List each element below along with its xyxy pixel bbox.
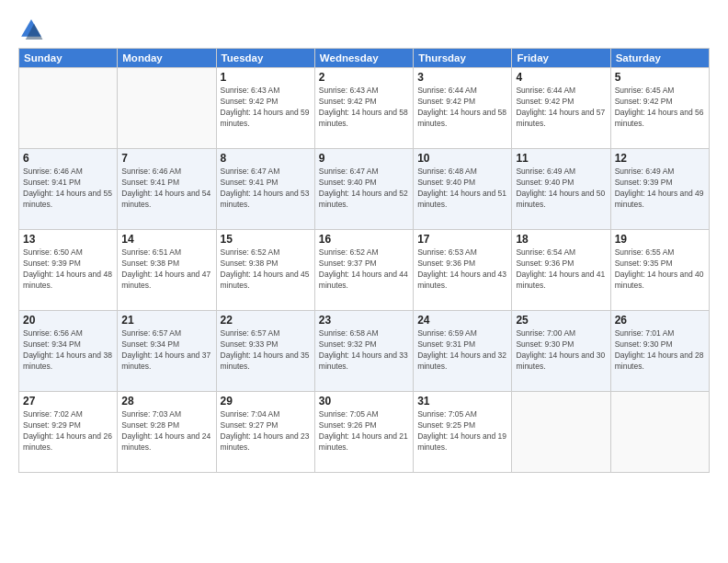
day-number: 5 — [615, 71, 705, 84]
day-info: Sunrise: 6:44 AM Sunset: 9:42 PM Dayligh… — [417, 86, 507, 130]
day-info: Sunrise: 6:45 AM Sunset: 9:42 PM Dayligh… — [615, 86, 705, 130]
calendar-cell: 30Sunrise: 7:05 AM Sunset: 9:26 PM Dayli… — [314, 392, 413, 473]
day-number: 30 — [319, 395, 409, 408]
day-number: 17 — [417, 233, 507, 246]
day-info: Sunrise: 6:56 AM Sunset: 9:34 PM Dayligh… — [23, 328, 113, 373]
day-number: 25 — [516, 314, 606, 327]
day-info: Sunrise: 6:55 AM Sunset: 9:35 PM Dayligh… — [615, 247, 705, 292]
calendar-week-3: 13Sunrise: 6:50 AM Sunset: 9:39 PM Dayli… — [19, 230, 710, 311]
calendar-cell: 25Sunrise: 7:00 AM Sunset: 9:30 PM Dayli… — [512, 311, 610, 392]
calendar-cell: 18Sunrise: 6:54 AM Sunset: 9:36 PM Dayli… — [512, 230, 610, 311]
col-header-wednesday: Wednesday — [314, 49, 413, 68]
calendar-cell — [610, 392, 709, 473]
day-number: 27 — [23, 395, 113, 408]
day-info: Sunrise: 6:49 AM Sunset: 9:39 PM Dayligh… — [615, 167, 705, 211]
day-info: Sunrise: 6:46 AM Sunset: 9:41 PM Dayligh… — [121, 167, 211, 211]
day-info: Sunrise: 6:47 AM Sunset: 9:40 PM Dayligh… — [319, 167, 409, 211]
day-number: 31 — [417, 395, 507, 408]
calendar: SundayMondayTuesdayWednesdayThursdayFrid… — [18, 48, 710, 473]
day-info: Sunrise: 6:47 AM Sunset: 9:41 PM Dayligh… — [221, 167, 311, 211]
calendar-header-row: SundayMondayTuesdayWednesdayThursdayFrid… — [19, 49, 710, 68]
page: SundayMondayTuesdayWednesdayThursdayFrid… — [0, 0, 728, 563]
day-info: Sunrise: 6:51 AM Sunset: 9:38 PM Dayligh… — [121, 247, 211, 292]
logo — [18, 17, 48, 42]
day-info: Sunrise: 7:02 AM Sunset: 9:29 PM Dayligh… — [23, 409, 113, 454]
day-number: 20 — [23, 314, 113, 327]
day-number: 14 — [121, 233, 211, 246]
day-info: Sunrise: 6:46 AM Sunset: 9:41 PM Dayligh… — [23, 167, 113, 211]
day-info: Sunrise: 6:53 AM Sunset: 9:36 PM Dayligh… — [417, 247, 507, 292]
day-number: 22 — [221, 314, 311, 327]
day-number: 7 — [121, 152, 211, 165]
day-info: Sunrise: 6:59 AM Sunset: 9:31 PM Dayligh… — [417, 328, 507, 373]
col-header-friday: Friday — [512, 49, 610, 68]
day-info: Sunrise: 6:48 AM Sunset: 9:40 PM Dayligh… — [417, 167, 507, 211]
day-number: 28 — [121, 395, 211, 408]
day-number: 11 — [516, 152, 606, 165]
day-number: 21 — [121, 314, 211, 327]
calendar-cell: 26Sunrise: 7:01 AM Sunset: 9:30 PM Dayli… — [610, 311, 709, 392]
day-info: Sunrise: 6:52 AM Sunset: 9:38 PM Dayligh… — [221, 247, 311, 292]
day-number: 2 — [319, 71, 409, 84]
calendar-cell: 8Sunrise: 6:47 AM Sunset: 9:41 PM Daylig… — [216, 149, 314, 230]
calendar-cell: 1Sunrise: 6:43 AM Sunset: 9:42 PM Daylig… — [216, 68, 314, 149]
calendar-cell: 15Sunrise: 6:52 AM Sunset: 9:38 PM Dayli… — [216, 230, 314, 311]
calendar-cell: 9Sunrise: 6:47 AM Sunset: 9:40 PM Daylig… — [314, 149, 413, 230]
calendar-cell: 4Sunrise: 6:44 AM Sunset: 9:42 PM Daylig… — [512, 68, 610, 149]
calendar-cell: 12Sunrise: 6:49 AM Sunset: 9:39 PM Dayli… — [610, 149, 709, 230]
day-info: Sunrise: 7:05 AM Sunset: 9:25 PM Dayligh… — [417, 409, 507, 454]
calendar-cell — [512, 392, 610, 473]
day-number: 4 — [516, 71, 606, 84]
generalblue-logo-icon — [18, 17, 44, 42]
calendar-week-2: 6Sunrise: 6:46 AM Sunset: 9:41 PM Daylig… — [19, 149, 710, 230]
day-number: 3 — [417, 71, 507, 84]
calendar-cell: 5Sunrise: 6:45 AM Sunset: 9:42 PM Daylig… — [610, 68, 709, 149]
calendar-week-5: 27Sunrise: 7:02 AM Sunset: 9:29 PM Dayli… — [19, 392, 710, 473]
calendar-cell: 2Sunrise: 6:43 AM Sunset: 9:42 PM Daylig… — [314, 68, 413, 149]
calendar-cell: 24Sunrise: 6:59 AM Sunset: 9:31 PM Dayli… — [414, 311, 512, 392]
day-number: 10 — [417, 152, 507, 165]
col-header-tuesday: Tuesday — [216, 49, 314, 68]
col-header-monday: Monday — [118, 49, 216, 68]
day-info: Sunrise: 6:52 AM Sunset: 9:37 PM Dayligh… — [319, 247, 409, 292]
calendar-cell: 11Sunrise: 6:49 AM Sunset: 9:40 PM Dayli… — [512, 149, 610, 230]
calendar-cell: 23Sunrise: 6:58 AM Sunset: 9:32 PM Dayli… — [314, 311, 413, 392]
calendar-cell — [118, 68, 216, 149]
day-number: 29 — [221, 395, 311, 408]
day-number: 18 — [516, 233, 606, 246]
day-info: Sunrise: 7:01 AM Sunset: 9:30 PM Dayligh… — [615, 328, 705, 373]
day-number: 12 — [615, 152, 705, 165]
day-info: Sunrise: 6:50 AM Sunset: 9:39 PM Dayligh… — [23, 247, 113, 292]
calendar-cell: 22Sunrise: 6:57 AM Sunset: 9:33 PM Dayli… — [216, 311, 314, 392]
calendar-cell — [19, 68, 118, 149]
day-info: Sunrise: 6:44 AM Sunset: 9:42 PM Dayligh… — [516, 86, 606, 130]
day-info: Sunrise: 7:03 AM Sunset: 9:28 PM Dayligh… — [121, 409, 211, 454]
day-info: Sunrise: 6:49 AM Sunset: 9:40 PM Dayligh… — [516, 167, 606, 211]
calendar-cell: 14Sunrise: 6:51 AM Sunset: 9:38 PM Dayli… — [118, 230, 216, 311]
day-number: 9 — [319, 152, 409, 165]
day-info: Sunrise: 6:43 AM Sunset: 9:42 PM Dayligh… — [319, 86, 409, 130]
day-number: 16 — [319, 233, 409, 246]
col-header-sunday: Sunday — [19, 49, 118, 68]
calendar-cell: 20Sunrise: 6:56 AM Sunset: 9:34 PM Dayli… — [19, 311, 118, 392]
calendar-cell: 10Sunrise: 6:48 AM Sunset: 9:40 PM Dayli… — [414, 149, 512, 230]
calendar-cell: 29Sunrise: 7:04 AM Sunset: 9:27 PM Dayli… — [216, 392, 314, 473]
day-number: 24 — [417, 314, 507, 327]
calendar-cell: 6Sunrise: 6:46 AM Sunset: 9:41 PM Daylig… — [19, 149, 118, 230]
day-info: Sunrise: 7:00 AM Sunset: 9:30 PM Dayligh… — [516, 328, 606, 373]
header — [18, 17, 710, 42]
calendar-cell: 28Sunrise: 7:03 AM Sunset: 9:28 PM Dayli… — [118, 392, 216, 473]
day-number: 8 — [221, 152, 311, 165]
day-info: Sunrise: 6:54 AM Sunset: 9:36 PM Dayligh… — [516, 247, 606, 292]
calendar-week-4: 20Sunrise: 6:56 AM Sunset: 9:34 PM Dayli… — [19, 311, 710, 392]
day-info: Sunrise: 7:04 AM Sunset: 9:27 PM Dayligh… — [221, 409, 311, 454]
calendar-cell: 31Sunrise: 7:05 AM Sunset: 9:25 PM Dayli… — [414, 392, 512, 473]
calendar-cell: 27Sunrise: 7:02 AM Sunset: 9:29 PM Dayli… — [19, 392, 118, 473]
calendar-cell: 3Sunrise: 6:44 AM Sunset: 9:42 PM Daylig… — [414, 68, 512, 149]
col-header-saturday: Saturday — [610, 49, 709, 68]
day-number: 23 — [319, 314, 409, 327]
day-info: Sunrise: 6:57 AM Sunset: 9:34 PM Dayligh… — [121, 328, 211, 373]
calendar-cell: 19Sunrise: 6:55 AM Sunset: 9:35 PM Dayli… — [610, 230, 709, 311]
day-info: Sunrise: 6:57 AM Sunset: 9:33 PM Dayligh… — [221, 328, 311, 373]
calendar-cell: 16Sunrise: 6:52 AM Sunset: 9:37 PM Dayli… — [314, 230, 413, 311]
